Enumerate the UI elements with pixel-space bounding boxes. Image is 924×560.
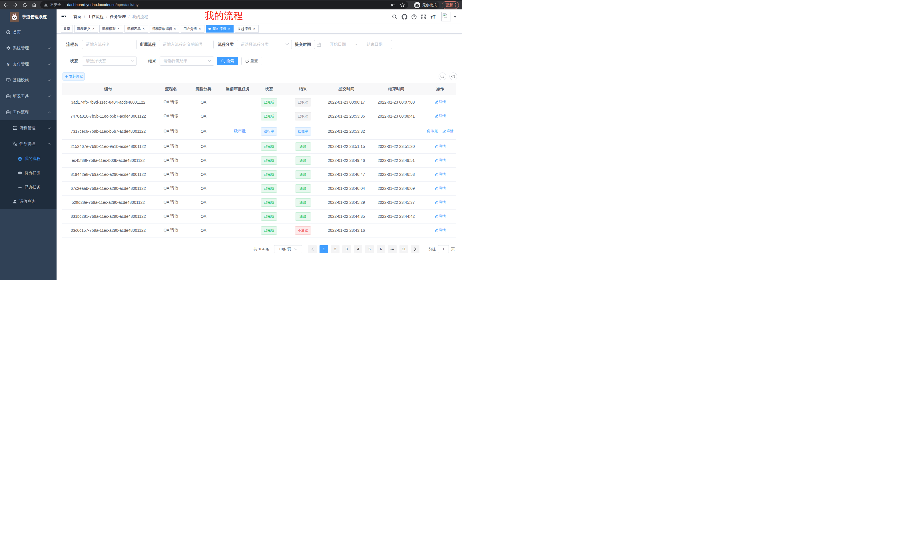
search-button[interactable]: 搜索 xyxy=(217,57,238,65)
action-详情[interactable]: 详情 xyxy=(435,200,446,205)
sidebar-item-payment-mgmt[interactable]: ¥支付管理 xyxy=(0,56,57,72)
user-avatar[interactable] xyxy=(441,12,451,21)
close-icon[interactable]: × xyxy=(198,27,202,31)
tag-label: 用户分组 xyxy=(183,25,197,32)
tab-首页[interactable]: 首页 xyxy=(61,25,73,33)
action-详情[interactable]: 详情 xyxy=(435,214,446,219)
browser-forward-button[interactable] xyxy=(10,1,20,9)
filter-daterange-input[interactable]: 开始日期 - 结束日期 xyxy=(314,40,392,49)
tab-发起流程[interactable]: 发起流程× xyxy=(235,25,259,33)
action-详情[interactable]: 详情 xyxy=(435,100,446,105)
refresh-table-button[interactable] xyxy=(449,72,457,80)
filter-parent-input[interactable]: 请输入流程定义的编号 xyxy=(159,40,214,49)
header-search-button[interactable] xyxy=(392,14,397,19)
close-icon[interactable]: × xyxy=(252,27,256,31)
sidebar-item-todo-tasks[interactable]: 待办任务 xyxy=(0,166,57,180)
sidebar-item-infrastructure[interactable]: 基础设施 xyxy=(0,72,57,88)
close-icon[interactable]: × xyxy=(92,27,95,31)
jump-page-input[interactable]: 1 xyxy=(438,245,449,253)
active-tag-dot xyxy=(208,28,211,30)
github-link[interactable] xyxy=(402,14,408,20)
pager-prev-button[interactable] xyxy=(308,245,316,253)
cell-submit-time: 2022-01-22 23:51:15 xyxy=(324,139,368,154)
tab-流程定义[interactable]: 流程定义× xyxy=(74,25,98,33)
action-详情[interactable]: 详情 xyxy=(435,172,446,177)
cell-end-time: 2022-01-22 23:44:42 xyxy=(368,210,424,223)
pager-page-1[interactable]: 1 xyxy=(320,245,328,253)
sidebar-item-home[interactable]: 首页 xyxy=(0,24,57,40)
close-icon[interactable]: × xyxy=(227,27,231,31)
action-详情[interactable]: 详情 xyxy=(435,144,446,149)
browser-reload-button[interactable] xyxy=(20,1,29,9)
create-process-button[interactable]: 发起流程 xyxy=(63,72,85,81)
cell-id: 03c6c157-7b9a-11ec-a290-acde48001122 xyxy=(62,223,154,238)
bookmark-star-icon[interactable] xyxy=(400,2,405,7)
breadcrumb-item[interactable]: 首页 xyxy=(74,14,81,19)
sidebar-item-done-tasks[interactable]: 已办任务 xyxy=(0,180,57,195)
pager-page-6[interactable]: 6 xyxy=(376,245,385,253)
browser-home-button[interactable] xyxy=(29,1,39,9)
pager-page-5[interactable]: 5 xyxy=(365,245,374,253)
tag-label: 首页 xyxy=(63,25,70,32)
fullscreen-button[interactable] xyxy=(421,14,426,19)
sidebar-toggle[interactable] xyxy=(62,14,66,19)
filter-status-select[interactable]: 请选择状态 xyxy=(82,57,137,66)
close-icon[interactable]: × xyxy=(117,27,120,31)
sidebar-item-system-mgmt[interactable]: 系统管理 xyxy=(0,40,57,56)
security-status[interactable]: 不安全 xyxy=(44,2,61,7)
tab-我的流程[interactable]: 我的流程× xyxy=(206,25,234,33)
tab-用户分组[interactable]: 用户分组× xyxy=(181,25,204,33)
font-size-button[interactable]: TT xyxy=(430,14,437,19)
sidebar-item-dev-tools[interactable]: 研发工具 xyxy=(0,88,57,104)
filter-category-select[interactable]: 请选择流程分类 xyxy=(237,40,292,49)
action-详情[interactable]: 详情 xyxy=(435,114,446,118)
avatar-caret-icon[interactable] xyxy=(454,16,457,18)
daterange-end[interactable]: 结束日期 xyxy=(357,42,392,47)
password-key-icon[interactable] xyxy=(390,2,396,7)
sidebar-item-task-mgmt[interactable]: 任务管理 xyxy=(0,136,57,151)
daterange-start[interactable]: 开始日期 xyxy=(321,42,355,47)
browser-update-button[interactable]: 更新 xyxy=(442,1,459,9)
tag-label: 流程表单-编辑 xyxy=(152,25,172,32)
pager-page-11[interactable]: 11 xyxy=(399,245,408,253)
action-详情[interactable]: 详情 xyxy=(435,186,446,191)
help-doc-button[interactable] xyxy=(411,14,417,19)
breadcrumb-item[interactable]: 工作流程 xyxy=(88,14,104,19)
action-取消[interactable]: 取消 xyxy=(427,129,438,133)
filter-result-select[interactable]: 请选择流结果 xyxy=(160,57,214,66)
breadcrumb-item[interactable]: 任务管理 xyxy=(110,14,126,19)
url-bar[interactable]: 不安全 dashboard.yudao.iocoder.cn/bpm/task/… xyxy=(40,1,408,9)
toggle-search-button[interactable] xyxy=(439,72,446,80)
browser-menu-dots-icon[interactable] xyxy=(455,3,456,7)
tab-流程表单-编辑[interactable]: 流程表单-编辑× xyxy=(150,25,179,33)
cell-end-time: 2022-01-22 23:49:51 xyxy=(368,154,424,168)
cell-status: 已完成 xyxy=(256,139,282,154)
close-icon[interactable]: × xyxy=(173,27,177,31)
action-详情[interactable]: 详情 xyxy=(435,228,446,233)
page-size-select[interactable]: 10条/页 xyxy=(274,245,302,253)
sidebar-item-process-mgmt[interactable]: 流程管理 xyxy=(0,120,57,136)
sidebar-item-my-process[interactable]: 我的流程 xyxy=(0,151,57,166)
sidebar-menu: 首页系统管理¥支付管理基础设施研发工具工作流程流程管理任务管理我的流程待办任务已… xyxy=(0,24,57,209)
task-link[interactable]: 一级审批 xyxy=(230,129,246,133)
pager-page-2[interactable]: 2 xyxy=(331,245,339,253)
close-icon[interactable]: × xyxy=(142,27,146,31)
browser-back-button[interactable] xyxy=(1,1,10,9)
pager-next-button[interactable] xyxy=(411,245,420,253)
logo[interactable]: 芋道管理系统 xyxy=(0,9,57,24)
sidebar-item-leave-query[interactable]: 请假查询 xyxy=(0,195,57,209)
pager-page-•••[interactable]: ••• xyxy=(388,245,397,253)
tab-流程模型[interactable]: 流程模型× xyxy=(99,25,123,33)
action-详情[interactable]: 详情 xyxy=(435,158,446,163)
breadcrumb-separator: / xyxy=(129,15,130,19)
reset-button[interactable]: 重置 xyxy=(241,57,262,65)
sidebar-item-workflow[interactable]: 工作流程 xyxy=(0,104,57,120)
cell-result: 通过 xyxy=(282,139,324,154)
pager-page-4[interactable]: 4 xyxy=(354,245,362,253)
action-详情[interactable]: 详情 xyxy=(442,129,454,133)
result-badge: 通过 xyxy=(295,198,311,207)
tab-流程表单[interactable]: 流程表单× xyxy=(124,25,148,33)
filter-name-input[interactable]: 请输入流程名 xyxy=(82,40,137,49)
pager-page-3[interactable]: 3 xyxy=(342,245,351,253)
cell-id: 3ad174fb-7b9d-11ec-8404-acde48001122 xyxy=(62,95,154,109)
